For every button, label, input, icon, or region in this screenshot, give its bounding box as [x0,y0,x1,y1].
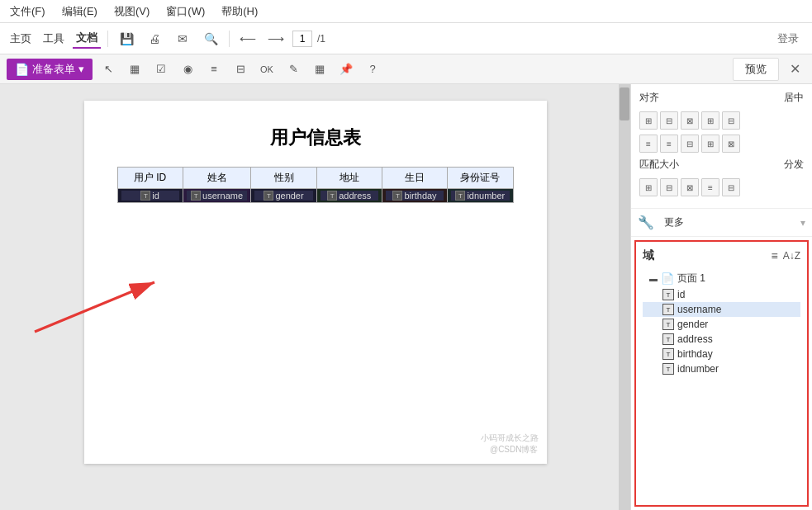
dist-1[interactable]: ≡ [701,178,719,196]
align-2-4[interactable]: ⊞ [701,135,719,153]
preview-button[interactable]: 预览 [733,58,779,81]
tree-field-id[interactable]: T id [643,287,800,302]
field-username[interactable]: T username [187,191,248,201]
field-box-id-icon: T [662,289,674,300]
align-2-2[interactable]: ≡ [660,135,678,153]
th-name: 姓名 [183,168,251,189]
save-button[interactable]: 💾 [115,27,138,50]
nav-tools[interactable]: 工具 [40,30,68,48]
scroll-thumb[interactable] [620,87,629,120]
document-title: 用户信息表 [117,125,514,150]
nav-document[interactable]: 文档 [73,29,101,49]
search-button[interactable]: 🔍 [199,27,222,50]
tree-field-birthday[interactable]: T birthday [643,347,800,361]
menu-view[interactable]: 视图(V) [111,2,153,21]
align-2-1[interactable]: ≡ [639,135,658,153]
domain-title: 域 [643,248,654,263]
doc-page: 用户信息表 用户 ID 姓名 性别 地址 生日 身份证号 [84,101,547,464]
domain-panel: 域 ≡ A↓Z ▬ 📄 页面 1 T id T username [634,240,809,507]
more-section: 🔧 更多 ▾ [631,209,812,237]
dist-2[interactable]: ⊟ [722,178,740,196]
field-icon-birthday: T [392,191,402,201]
cursor-btn[interactable]: ↖ [97,59,119,80]
checkbox-btn[interactable]: ☑ [150,59,172,80]
tree-field-idnumber[interactable]: T idnumber [643,361,800,376]
menu-help[interactable]: 帮助(H) [218,2,261,21]
page-number[interactable]: 1 [292,31,312,47]
field-icon-id: T [140,191,150,201]
combo-btn[interactable]: ⊟ [230,59,251,80]
doc-area: 用户信息表 用户 ID 姓名 性别 地址 生日 身份证号 [0,84,630,510]
menu-window[interactable]: 窗口(W) [163,2,208,21]
watermark: 小码哥成长之路@CSDN博客 [481,432,539,456]
table-header-row: 用户 ID 姓名 性别 地址 生日 身份证号 [117,168,513,189]
ok-btn[interactable]: OK [256,59,278,80]
radio-btn[interactable]: ◉ [177,59,198,80]
text-field-btn[interactable]: ▦ [124,59,145,80]
field-birthday[interactable]: T birthday [386,191,444,201]
forward-button[interactable]: ⟶ [264,27,287,50]
size-2[interactable]: ⊟ [660,178,678,196]
align-2-3[interactable]: ⊟ [681,135,699,153]
tree-field-address[interactable]: T address [643,332,800,347]
align-icons-row1: ⊞ ⊟ ⊠ ⊞ ⊟ [639,111,804,130]
menu-bar: 文件(F) 编辑(E) 视图(V) 窗口(W) 帮助(H) [0,0,812,23]
barcode-btn[interactable]: ▦ [309,59,330,80]
back-button[interactable]: ⟵ [236,27,259,50]
email-button[interactable]: ✉ [171,27,194,50]
field-name-birthday: birthday [404,191,436,201]
main-area: 用户信息表 用户 ID 姓名 性别 地址 生日 身份证号 [0,84,812,510]
toolbar: 主页 工具 文档 💾 🖨 ✉ 🔍 ⟵ ⟶ 1 /1 登录 [0,23,812,54]
align-top-icon[interactable]: ⊞ [701,111,719,130]
tree-field-gender[interactable]: T gender [643,317,800,332]
tree-field-username[interactable]: T username [643,302,800,317]
align-center-icon[interactable]: ⊟ [660,111,678,130]
login-button[interactable]: 登录 [771,30,805,48]
az-sort-icon[interactable]: A↓Z [783,250,800,262]
menu-file[interactable]: 文件(F) [7,2,49,21]
field-address[interactable]: T address [321,191,378,201]
sort-icon[interactable]: ≡ [771,249,777,262]
right-panel: 对齐 居中 ⊞ ⊟ ⊠ ⊞ ⊟ ≡ ≡ ⊟ ⊞ ⊠ 匹配大小 分发 [630,84,812,510]
align-icons-row3: ⊞ ⊟ ⊠ ≡ ⊟ [639,178,804,196]
field-box-idnumber-icon: T [662,363,674,375]
field-icon-idnumber: T [455,191,465,201]
tree-field-address-label: address [677,333,713,345]
field-idnumber[interactable]: T idnumber [451,191,509,201]
th-gender: 性别 [251,168,316,189]
align-label: 对齐 [639,91,659,105]
help-btn[interactable]: ? [362,59,383,80]
pin-btn[interactable]: 📌 [335,59,357,80]
prepare-label: 准备表单 [32,62,75,77]
cell-username: T username [183,189,251,203]
size-row: 匹配大小 分发 [639,158,804,172]
prepare-dropdown[interactable]: 📄 准备表单 ▾ [7,59,93,80]
field-gender[interactable]: T gender [254,191,312,201]
field-name-username: username [202,191,243,201]
expand-icon[interactable]: ▾ [800,217,805,229]
cell-gender: T gender [251,189,316,203]
menu-edit[interactable]: 编辑(E) [59,2,101,21]
tree-page[interactable]: ▬ 📄 页面 1 [643,270,800,287]
nav-home[interactable]: 主页 [7,30,35,48]
field-box-gender-icon: T [662,319,674,330]
field-id[interactable]: T id [121,191,179,201]
tools-icon: 🔧 [638,215,654,230]
cell-idnumber: T idnumber [448,189,513,203]
size-match-label: 匹配大小 [639,158,679,172]
close-button[interactable]: ✕ [784,59,805,80]
more-button[interactable]: 更多 [658,212,691,233]
align-middle-icon[interactable]: ⊟ [722,111,740,130]
page-icon: 📄 [661,272,674,285]
table-row: T id T username T [117,189,513,203]
sign-btn[interactable]: ✎ [283,59,304,80]
align-right-icon[interactable]: ⊠ [681,111,699,130]
align-left-icon[interactable]: ⊞ [639,111,658,130]
print-button[interactable]: 🖨 [143,27,166,50]
vertical-scrollbar[interactable] [619,84,630,510]
listbox-btn[interactable]: ≡ [203,59,225,80]
size-1[interactable]: ⊞ [639,178,658,196]
size-3[interactable]: ⊠ [681,178,699,196]
field-icon-gender: T [264,191,273,201]
align-2-5[interactable]: ⊠ [722,135,740,153]
